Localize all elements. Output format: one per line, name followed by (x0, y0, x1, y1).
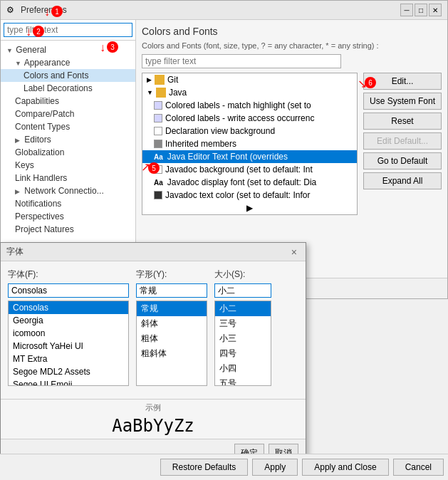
reset-button[interactable]: Reset (363, 113, 442, 130)
font-tree-item-javadoc-text-color[interactable]: Javadoc text color (set to default: Info… (142, 189, 357, 202)
preview-text: AaBbYyZz (8, 416, 298, 436)
use-system-font-button[interactable]: Use System Font (363, 93, 442, 110)
font-size-list[interactable]: 小二 三号 小三 四号 小四 五号 小五 (214, 301, 271, 386)
font-name-column: 字体(F): Consolas Georgia icomoon Microsof… (8, 268, 129, 386)
font-tree-item-java[interactable]: ▼ Java (142, 86, 357, 99)
tree-item-capabilities[interactable]: Capabilities (1, 95, 135, 108)
edit-button[interactable]: Edit... (363, 73, 442, 90)
font-name-label: 字体(F): (8, 268, 129, 281)
font-size-column: 大小(S): 小二 三号 小三 四号 小四 五号 小五 (214, 268, 271, 386)
color-swatch-icon (154, 191, 162, 199)
font-size-san-hao[interactable]: 三号 (215, 316, 271, 331)
tree-item-colors-fonts[interactable]: Colors and Fonts (1, 69, 135, 82)
item-label: Javadoc background (set to default: Int (165, 165, 313, 174)
panel-filter-area (142, 54, 442, 68)
window-controls: ─ □ ✕ (400, 4, 442, 16)
tree-item-network-connections[interactable]: ▶ Network Connectio... (1, 184, 135, 197)
panel-description: Colors and Fonts (font, size, type, ? = … (142, 41, 442, 50)
item-label: Inherited members (165, 139, 236, 149)
font-style-list[interactable]: 常规 斜体 粗体 粗斜体 (136, 301, 207, 386)
tree-item-label-decorations[interactable]: Label Decorations (1, 82, 135, 95)
font-size-xiao-er[interactable]: 小二 (215, 301, 271, 316)
item-label: Git (167, 75, 178, 85)
close-button[interactable]: ✕ (429, 4, 442, 16)
edit-default-button[interactable]: Edit Default... (363, 132, 442, 150)
font-tree-item-colored-labels-write[interactable]: Colored labels - write access occurrenc (142, 112, 357, 125)
dialog-content: 字体(F): Consolas Georgia icomoon Microsof… (1, 261, 306, 399)
font-style-bold[interactable]: 粗体 (137, 331, 207, 346)
expand-icon: ▶ (15, 137, 22, 144)
font-tree-item-java-editor-text[interactable]: Aa Java Editor Text Font (overrides (142, 150, 357, 163)
panel-buttons: Edit... Use System Font Reset Edit Defau… (363, 73, 442, 258)
tree-item-notifications[interactable]: Notifications (1, 197, 135, 210)
tree-item-project-natures[interactable]: Project Natures (1, 223, 135, 236)
font-size-input[interactable] (214, 283, 271, 298)
folder-icon (156, 88, 166, 98)
preferences-titlebar: ⚙ Preferences ─ □ ✕ (1, 1, 447, 20)
dialog-preview: 示例 AaBbYyZz (1, 399, 306, 439)
item-label: Javadoc text color (set to default: Info… (165, 190, 310, 200)
font-list-item-segoe-mdl2[interactable]: Segoe MDL2 Assets (9, 365, 128, 378)
font-list-item-segoe-emoji[interactable]: Segoe UI Emoji (9, 378, 128, 386)
font-list-item-consolas[interactable]: Consolas (9, 301, 128, 314)
pref-right-panel: Colors and Fonts Colors and Fonts (font,… (136, 20, 447, 278)
tree-item-perspectives[interactable]: Perspectives (1, 210, 135, 223)
font-tree-item-declaration-view-bg[interactable]: Declaration view background (142, 125, 357, 137)
font-list-item-icomoon[interactable]: icomoon (9, 327, 128, 340)
dialog-title: 字体 (6, 246, 24, 258)
font-tree-item-javadoc-display-font[interactable]: Aa Javadoc display font (set to default:… (142, 176, 357, 189)
font-size-xiao-san[interactable]: 小三 (215, 331, 271, 346)
font-name-input[interactable] (8, 283, 129, 298)
go-to-default-button[interactable]: Go to Default (363, 152, 442, 169)
panel-title: Colors and Fonts (142, 26, 442, 37)
font-style-label: 字形(Y): (136, 268, 207, 281)
apply-button[interactable]: Apply (252, 459, 298, 476)
preferences-title: Preferences (21, 5, 67, 15)
font-style-input[interactable] (136, 283, 207, 298)
item-label: Java Editor Text Font (overrides (167, 152, 288, 162)
color-swatch-icon (154, 114, 162, 122)
expand-icon: ▼ (15, 60, 22, 67)
folder-icon (155, 75, 165, 85)
item-label: Declaration view background (165, 126, 275, 136)
cancel-button[interactable]: Cancel (393, 459, 444, 476)
font-size-xiao-si[interactable]: 小四 (215, 361, 271, 376)
font-style-regular[interactable]: 常规 (137, 301, 207, 316)
tree-item-appearance[interactable]: ▼ Appearance (1, 56, 135, 69)
font-style-bold-italic[interactable]: 粗斜体 (137, 346, 207, 361)
tree-item-globalization[interactable]: Globalization (1, 146, 135, 159)
font-list-item-mt-extra[interactable]: MT Extra (9, 353, 128, 365)
font-tree-item-git[interactable]: ▶ Git (142, 73, 357, 86)
font-tree-item-javadoc-background[interactable]: Javadoc background (set to default: Int (142, 163, 357, 176)
font-tree[interactable]: ▶ Git ▼ Java Colored labels - match high… (142, 73, 358, 215)
font-aa-icon: Aa (154, 153, 163, 161)
tree-item-link-handlers[interactable]: Link Handlers (1, 172, 135, 184)
color-swatch-icon (154, 165, 162, 174)
preferences-icon: ⚙ (6, 5, 16, 15)
scroll-indicator: ▶ (142, 202, 357, 214)
maximize-button[interactable]: □ (415, 4, 427, 16)
apply-close-button[interactable]: Apply and Close (302, 459, 388, 476)
dialog-close-button[interactable]: × (288, 246, 300, 258)
minimize-button[interactable]: ─ (400, 4, 413, 16)
font-size-si-hao[interactable]: 四号 (215, 346, 271, 361)
tree-item-compare-patch[interactable]: Compare/Patch (1, 108, 135, 120)
font-tree-item-inherited-members[interactable]: Inherited members (142, 137, 357, 150)
item-label: Javadoc display font (set to default: Di… (167, 177, 316, 187)
restore-defaults-button[interactable]: Restore Defaults (160, 459, 248, 476)
font-tree-item-colored-labels-highlight[interactable]: Colored labels - match highlight (set to (142, 99, 357, 112)
font-name-list[interactable]: Consolas Georgia icomoon Microsoft YaHei… (8, 301, 129, 386)
font-list-item-msyahei[interactable]: Microsoft YaHei UI (9, 340, 128, 353)
font-list-item-georgia[interactable]: Georgia (9, 314, 128, 327)
tree-item-general[interactable]: ▼ General (1, 43, 135, 56)
font-size-wu-hao[interactable]: 五号 (215, 376, 271, 386)
tree-item-content-types[interactable]: Content Types (1, 120, 135, 133)
font-size-label: 大小(S): (214, 268, 271, 281)
panel-filter-input[interactable] (142, 54, 341, 68)
pref-filter-input[interactable] (4, 23, 132, 37)
tree-item-keys[interactable]: Keys (1, 159, 135, 172)
tree-item-editors[interactable]: ▶ Editors (1, 133, 135, 146)
font-style-italic[interactable]: 斜体 (137, 316, 207, 331)
preview-label: 示例 (8, 402, 298, 413)
expand-all-button[interactable]: Expand All (363, 172, 442, 189)
